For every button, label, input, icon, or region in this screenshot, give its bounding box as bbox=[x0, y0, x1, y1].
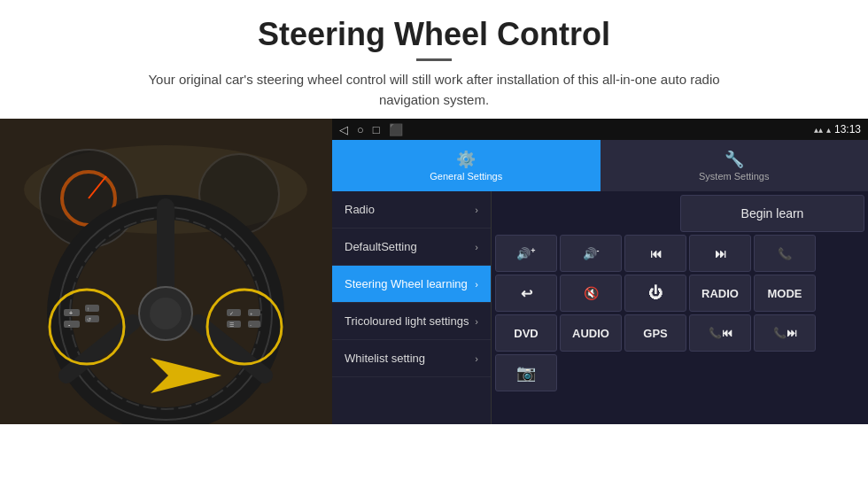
back-button[interactable]: ↩ bbox=[495, 275, 557, 312]
menu-whitelist-label: Whitelist setting bbox=[345, 352, 425, 365]
chevron-icon: › bbox=[475, 279, 478, 290]
controls-row-5: 📷 bbox=[495, 354, 864, 391]
chevron-icon: › bbox=[475, 205, 478, 215]
call-button[interactable]: 📞 bbox=[754, 235, 816, 272]
svg-text:↑: ↑ bbox=[87, 306, 89, 312]
vol-up-button[interactable]: 🔊+ bbox=[495, 235, 557, 272]
subtitle: Your original car's steering wheel contr… bbox=[124, 70, 744, 110]
call-next-icon: 📞⏭ bbox=[773, 327, 797, 339]
svg-text:↺: ↺ bbox=[87, 317, 91, 322]
menu-radio-label: Radio bbox=[345, 203, 375, 216]
dvd-button[interactable]: DVD bbox=[495, 314, 557, 352]
phone-icon: 📞 bbox=[778, 247, 792, 260]
menu-tricoloured-label: Tricoloured light settings bbox=[345, 314, 469, 328]
camera-button[interactable]: 📷 bbox=[495, 354, 557, 391]
controls-row-1: Begin learn bbox=[495, 195, 864, 232]
next-icon: ⏭ bbox=[715, 247, 726, 260]
tab-system-settings[interactable]: 🔧 System Settings bbox=[601, 140, 869, 191]
call-prev-icon: 📞⏮ bbox=[709, 327, 732, 339]
wifi-icon: ▴ bbox=[826, 125, 831, 135]
menu-item-whitelist[interactable]: Whitelist setting › bbox=[332, 340, 491, 377]
steering-wheel-image: + - ↑ ↺ ✓ ☰ + - bbox=[0, 119, 332, 424]
nav-bar: ◁ ○ □ ⬛ bbox=[339, 123, 814, 136]
controls-row-3: ↩ 🔇 ⏻ RADIO MODE bbox=[495, 275, 864, 312]
gps-button[interactable]: GPS bbox=[624, 314, 686, 352]
call-next-button[interactable]: 📞⏭ bbox=[754, 314, 816, 352]
svg-rect-17 bbox=[64, 321, 80, 328]
next-button[interactable]: ⏭ bbox=[689, 235, 751, 272]
gps-text: GPS bbox=[643, 327, 667, 340]
tab-system-label: System Settings bbox=[699, 171, 769, 182]
signal-icon: ▴▴ bbox=[814, 125, 823, 135]
svg-text:+: + bbox=[69, 310, 73, 316]
page-title: Steering Wheel Control bbox=[18, 16, 850, 53]
back-icon: ↩ bbox=[521, 285, 532, 302]
tabs-row: ⚙️ General Settings 🔧 System Settings bbox=[332, 140, 868, 191]
power-button[interactable]: ⏻ bbox=[624, 275, 686, 312]
prev-icon: ⏮ bbox=[650, 247, 662, 260]
audio-text: AUDIO bbox=[572, 327, 609, 340]
chevron-icon: › bbox=[475, 353, 478, 364]
controls-row-2: 🔊+ 🔊- ⏮ ⏭ 📞 bbox=[495, 235, 864, 272]
clock: 13:13 bbox=[834, 123, 861, 135]
chevron-icon: › bbox=[475, 316, 478, 327]
home-nav-icon[interactable]: ○ bbox=[357, 123, 364, 136]
svg-point-13 bbox=[150, 298, 182, 329]
svg-text:✓: ✓ bbox=[229, 311, 234, 316]
vol-up-icon: 🔊+ bbox=[516, 246, 535, 260]
tab-general-settings[interactable]: ⚙️ General Settings bbox=[332, 140, 601, 191]
chevron-icon: › bbox=[475, 242, 478, 252]
radio-text: RADIO bbox=[701, 287, 739, 300]
content-row: + - ↑ ↺ ✓ ☰ + - ◁ ○ □ ⬛ bbox=[0, 119, 868, 424]
menu-steering-label: Steering Wheel learning bbox=[345, 277, 468, 290]
radio-label-button[interactable]: RADIO bbox=[689, 275, 751, 312]
begin-learn-button[interactable]: Begin learn bbox=[680, 195, 864, 232]
svg-text:+: + bbox=[250, 311, 253, 316]
android-panel: ◁ ○ □ ⬛ ▴▴ ▴ 13:13 ⚙️ General Settings 🔧… bbox=[332, 119, 868, 424]
status-bar: ◁ ○ □ ⬛ ▴▴ ▴ 13:13 bbox=[332, 119, 868, 140]
mode-text: MODE bbox=[768, 287, 802, 300]
recent-nav-icon[interactable]: □ bbox=[373, 123, 380, 136]
status-indicators: ▴▴ ▴ 13:13 bbox=[814, 123, 861, 135]
back-nav-icon[interactable]: ◁ bbox=[339, 123, 348, 136]
audio-button[interactable]: AUDIO bbox=[560, 314, 622, 352]
mode-button[interactable]: MODE bbox=[754, 275, 816, 312]
power-icon: ⏻ bbox=[648, 285, 663, 301]
call-prev-button[interactable]: 📞⏮ bbox=[689, 314, 751, 352]
prev-button[interactable]: ⏮ bbox=[624, 235, 686, 272]
controls-row-4: DVD AUDIO GPS 📞⏮ 📞⏭ bbox=[495, 314, 864, 352]
menu-item-steering-wheel[interactable]: Steering Wheel learning › bbox=[332, 266, 491, 303]
empty-spacer bbox=[495, 195, 678, 232]
menu-item-default-setting[interactable]: DefaultSetting › bbox=[332, 228, 491, 266]
left-menu: Radio › DefaultSetting › Steering Wheel … bbox=[332, 191, 492, 424]
mute-icon: 🔇 bbox=[584, 286, 599, 300]
title-divider bbox=[416, 58, 452, 61]
general-settings-icon: ⚙️ bbox=[456, 150, 476, 169]
menu-item-radio[interactable]: Radio › bbox=[332, 191, 491, 228]
camera-icon: 📷 bbox=[516, 363, 536, 383]
menu-default-label: DefaultSetting bbox=[345, 240, 417, 253]
tab-general-label: General Settings bbox=[430, 171, 502, 182]
svg-text:-: - bbox=[250, 322, 252, 328]
screenshot-nav-icon[interactable]: ⬛ bbox=[389, 123, 403, 136]
dvd-text: DVD bbox=[514, 327, 538, 340]
menu-item-tricoloured[interactable]: Tricoloured light settings › bbox=[332, 303, 491, 340]
menu-controls: Radio › DefaultSetting › Steering Wheel … bbox=[332, 191, 868, 424]
system-settings-icon: 🔧 bbox=[725, 150, 744, 169]
right-controls: Begin learn 🔊+ 🔊- ⏮ ⏭ bbox=[492, 191, 868, 424]
top-section: Steering Wheel Control Your original car… bbox=[0, 0, 868, 119]
mute-button[interactable]: 🔇 bbox=[560, 275, 622, 312]
vol-down-icon: 🔊- bbox=[583, 246, 600, 260]
vol-down-button[interactable]: 🔊- bbox=[560, 235, 622, 272]
svg-text:☰: ☰ bbox=[229, 322, 234, 328]
